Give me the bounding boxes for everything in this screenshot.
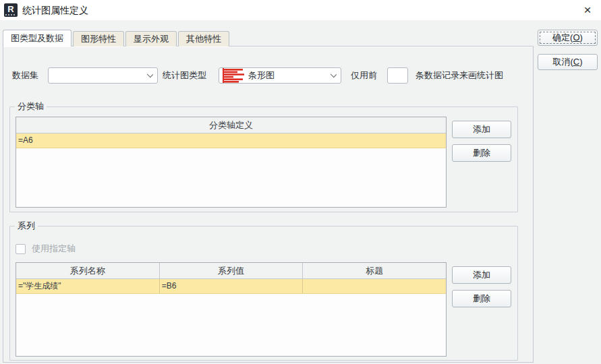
horizontal-bar-chart-icon — [223, 68, 244, 83]
use-specified-axis-label: 使用指定轴 — [32, 243, 76, 255]
category-axis-group-title: 分类轴 — [15, 101, 47, 112]
series-delete-button[interactable]: 删除 — [452, 290, 511, 307]
category-axis-add-button[interactable]: 添加 — [452, 121, 511, 138]
use-specified-axis-checkbox[interactable] — [16, 244, 26, 254]
app-logo-letter: R — [7, 4, 13, 14]
close-icon[interactable]: × — [578, 1, 597, 19]
table-row[interactable]: ="学生成绩" =B6 — [16, 279, 446, 294]
category-axis-definition-header: 分类轴定义 — [16, 117, 446, 133]
chart-type-label: 统计图类型 — [163, 67, 206, 84]
chevron-down-icon — [147, 71, 153, 78]
series-title-header: 标题 — [303, 263, 446, 278]
tab-chart-type-and-data[interactable]: 图类型及数据 — [3, 30, 71, 47]
window-title: 统计图属性定义 — [22, 0, 88, 20]
cancel-accesskey: C — [573, 57, 579, 67]
chart-type-selected-value: 条形图 — [248, 69, 275, 82]
use-specified-axis-row: 使用指定轴 — [16, 243, 76, 255]
tabstrip: 图类型及数据 图形特性 显示外观 其他特性 — [3, 30, 231, 47]
chart-properties-dialog: R 统计图属性定义 × 图类型及数据 图形特性 显示外观 其他特性 确定(O) … — [0, 0, 601, 364]
series-value-cell[interactable]: =B6 — [160, 279, 304, 293]
record-limit-prefix-label: 仅用前 — [351, 67, 377, 84]
record-limit-input[interactable] — [387, 67, 408, 84]
category-axis-table-header: 分类轴定义 — [16, 117, 446, 133]
app-logo-icon: R — [4, 3, 18, 17]
series-name-cell[interactable]: ="学生成绩" — [16, 279, 160, 293]
ok-button[interactable]: 确定(O) — [538, 30, 598, 46]
category-axis-delete-button[interactable]: 删除 — [452, 144, 511, 162]
dataset-select[interactable] — [48, 67, 158, 84]
chart-type-select[interactable]: 条形图 — [219, 67, 341, 84]
ok-accesskey: O — [573, 32, 579, 42]
tab-other-properties[interactable]: 其他特性 — [178, 31, 229, 47]
table-row[interactable]: =A6 — [16, 133, 446, 148]
series-table: 系列名称 系列值 标题 ="学生成绩" =B6 — [16, 262, 447, 357]
app-logo-dots — [5, 14, 16, 16]
series-add-button[interactable]: 添加 — [452, 266, 511, 284]
chevron-down-icon — [331, 71, 337, 78]
dataset-label: 数据集 — [12, 67, 38, 84]
ok-label: 确定( — [552, 32, 573, 42]
series-table-header: 系列名称 系列值 标题 — [16, 263, 446, 279]
dialog-body: 图类型及数据 图形特性 显示外观 其他特性 确定(O) 取消(C) 数据集 统计… — [0, 20, 601, 364]
cancel-label: 取消( — [552, 57, 573, 67]
category-axis-group: 分类轴 分类轴定义 =A6 添加 删除 — [9, 107, 518, 212]
series-group-title: 系列 — [15, 220, 38, 231]
series-title-cell[interactable] — [303, 279, 446, 293]
series-group: 系列 使用指定轴 系列名称 系列值 标题 ="学生成绩" =B6 添加 删除 — [9, 226, 518, 361]
tab-display-appearance[interactable]: 显示外观 — [125, 31, 177, 47]
category-axis-table: 分类轴定义 =A6 — [16, 117, 447, 208]
category-axis-definition-cell[interactable]: =A6 — [16, 133, 446, 148]
series-value-header: 系列值 — [160, 263, 304, 278]
cancel-button[interactable]: 取消(C) — [538, 54, 598, 70]
record-limit-suffix-label: 条数据记录来画统计图 — [416, 67, 503, 84]
tab-graphic-properties[interactable]: 图形特性 — [73, 31, 124, 47]
series-name-header: 系列名称 — [16, 263, 160, 278]
titlebar: R 统计图属性定义 × — [0, 0, 601, 20]
